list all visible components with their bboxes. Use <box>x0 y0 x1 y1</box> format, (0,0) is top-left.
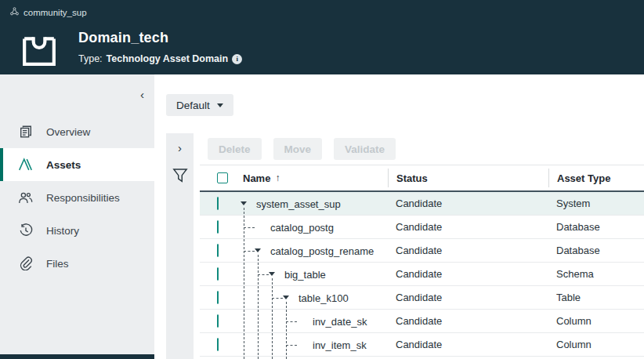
column-header-status[interactable]: Status <box>388 169 548 187</box>
type-label: Type: <box>78 53 103 64</box>
sidebar-item-label: Overview <box>46 126 90 138</box>
row-checkbox[interactable] <box>217 244 219 257</box>
status-cell: Candidate <box>388 339 548 350</box>
select-all-checkbox[interactable] <box>217 172 228 183</box>
people-icon <box>18 190 33 205</box>
info-icon[interactable]: i <box>232 54 242 64</box>
sort-asc-icon: ↑ <box>275 172 280 183</box>
asset-type-cell: Column <box>548 315 644 327</box>
row-checkbox[interactable] <box>217 197 219 210</box>
paperclip-icon <box>18 256 33 271</box>
side-rail: › <box>166 133 194 359</box>
tree-connector <box>258 274 269 275</box>
row-checkbox-cell <box>200 292 235 303</box>
sidebar-item-label: Files <box>46 258 69 270</box>
asset-name-link[interactable]: catalog_postg <box>270 216 334 239</box>
table-row[interactable]: catalog_postg_renameCandidateDatabase <box>200 239 644 263</box>
sidebar-item-responsibilities[interactable]: Responsibilities <box>0 181 154 214</box>
column-header-asset-type[interactable]: Asset Type <box>548 169 644 187</box>
row-checkbox-cell <box>200 245 235 256</box>
sidebar: ‹ OverviewAssetsResponsibilitiesHistoryF… <box>0 74 154 359</box>
tree-collapse-icon[interactable] <box>255 248 261 252</box>
asset-name-link[interactable]: inv_item_sk <box>313 333 367 357</box>
assets-icon <box>18 158 33 172</box>
asset-name-link[interactable]: inv_date_sk <box>313 310 367 333</box>
tree-collapse-icon[interactable] <box>241 201 247 205</box>
row-checkbox[interactable] <box>217 267 219 281</box>
sidebar-item-overview[interactable]: Overview <box>0 115 154 148</box>
sidebar-item-files[interactable]: Files <box>0 247 154 280</box>
status-cell: Candidate <box>388 292 548 303</box>
status-cell: Candidate <box>388 245 548 256</box>
row-checkbox[interactable] <box>217 220 219 234</box>
sidebar-nav: OverviewAssetsResponsibilitiesHistoryFil… <box>0 115 154 280</box>
assets-table: Name↑StatusAsset Type system_asset_supCa… <box>200 165 644 359</box>
type-value: Technology Asset Domain <box>107 53 229 64</box>
table-body: system_asset_supCandidateSystemcatalog_p… <box>200 192 644 357</box>
expand-panel-button[interactable]: › <box>166 133 194 161</box>
app-window: community_sup Domain_tech Type: Technolo… <box>0 0 644 359</box>
asset-type-line: Type: Technology Asset Domain i <box>78 53 242 64</box>
tree-collapse-icon[interactable] <box>269 272 275 276</box>
table-header-row: Name↑StatusAsset Type <box>200 165 644 192</box>
asset-type-cell: Schema <box>548 268 644 280</box>
status-cell: Candidate <box>388 315 548 327</box>
row-checkbox-cell <box>200 198 235 209</box>
view-selector-label: Default <box>176 100 210 111</box>
validate-button[interactable]: Validate <box>334 138 396 160</box>
table-row[interactable]: table_k100CandidateTable <box>200 286 644 310</box>
status-cell: Candidate <box>388 198 548 209</box>
domain-icon <box>21 31 57 67</box>
breadcrumb[interactable]: community_sup <box>10 7 87 17</box>
asset-name-link[interactable]: big_table <box>284 263 326 286</box>
sidebar-item-label: Responsibilities <box>46 192 120 204</box>
status-cell: Candidate <box>388 221 548 233</box>
tree-connector <box>244 251 255 252</box>
asset-name-link[interactable]: table_k100 <box>298 286 349 310</box>
row-checkbox-cell <box>200 268 235 280</box>
delete-button[interactable]: Delete <box>208 138 262 160</box>
asset-type-cell: Table <box>548 292 644 303</box>
breadcrumb-label: community_sup <box>24 8 87 17</box>
table-row[interactable]: system_asset_supCandidateSystem <box>200 192 644 216</box>
row-checkbox[interactable] <box>217 314 219 328</box>
asset-name-link[interactable]: system_asset_sup <box>256 192 341 216</box>
asset-type-cell: Database <box>548 221 644 233</box>
row-checkbox[interactable] <box>217 291 219 304</box>
column-header-name[interactable]: Name↑ <box>235 169 388 187</box>
status-cell: Candidate <box>388 268 548 280</box>
tree-connector <box>286 321 297 322</box>
community-icon <box>10 7 19 17</box>
asset-type-cell: System <box>548 198 644 209</box>
table-row[interactable]: inv_item_skCandidateColumn <box>200 333 644 357</box>
sidebar-collapse-icon[interactable]: ‹ <box>140 89 144 100</box>
asset-type-cell: Database <box>548 245 644 256</box>
document-icon <box>18 125 33 140</box>
tree-connector <box>286 345 297 346</box>
sidebar-item-history[interactable]: History <box>0 214 154 247</box>
page-header: community_sup Domain_tech Type: Technolo… <box>0 0 644 74</box>
bulk-actions-toolbar: DeleteMoveValidate <box>208 138 396 160</box>
page-title: Domain_tech <box>78 30 168 46</box>
asset-type-cell: Column <box>548 339 644 350</box>
asset-name-link[interactable]: catalog_postg_rename <box>270 239 374 263</box>
move-button[interactable]: Move <box>273 138 323 160</box>
tree-collapse-icon[interactable] <box>283 296 289 299</box>
history-icon <box>18 223 33 238</box>
view-selector-button[interactable]: Default <box>166 94 233 116</box>
row-checkbox-cell <box>200 221 235 233</box>
row-checkbox[interactable] <box>217 338 219 351</box>
chevron-down-icon <box>217 103 223 107</box>
sidebar-item-label: History <box>46 225 79 237</box>
sidebar-item-assets[interactable]: Assets <box>0 148 154 181</box>
table-row[interactable]: big_tableCandidateSchema <box>200 263 644 286</box>
table-row[interactable]: catalog_postgCandidateDatabase <box>200 216 644 239</box>
sidebar-item-label: Assets <box>46 159 81 171</box>
row-checkbox-cell <box>200 315 235 327</box>
table-row[interactable]: inv_date_skCandidateColumn <box>200 310 644 333</box>
filter-icon[interactable] <box>166 168 194 185</box>
row-checkbox-cell <box>200 339 235 350</box>
sidebar-bottom-strip <box>0 354 154 359</box>
tree-connector <box>272 298 283 299</box>
tree-connector <box>244 227 255 228</box>
